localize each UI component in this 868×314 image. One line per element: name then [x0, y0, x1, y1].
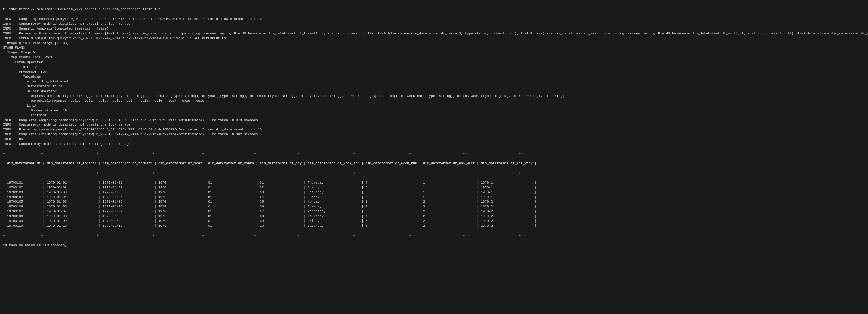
info-line: expressions: dt (type: string), dt_forma… [3, 94, 865, 99]
table-rows: | 19700101 | 1970-01-01 | 1970/01/01 | 1… [3, 180, 865, 229]
info-line: STAGE PLANS: [3, 46, 865, 50]
info-line: Map Reduce Local Work [3, 55, 865, 60]
table-header: | dim_dateformat.dt | dim_dateformat.dt_… [3, 161, 865, 166]
table-row: | 19700107 | 1970-01-07 | 1970/01/07 | 1… [3, 209, 865, 214]
table-row: | 19700103 | 1970-01-03 | 1970/01/03 | 1… [3, 190, 865, 195]
info-line: limit: 10 [3, 65, 865, 70]
info-line: Fetch Operator [3, 60, 865, 65]
info-line: outputColumnNames: _col0, _col1, _col2, … [3, 99, 865, 104]
info-line: Limit [3, 104, 865, 108]
info-line: GatherStats: false [3, 84, 865, 89]
info-line: INFO : Concurrency mode is disabled, not… [3, 142, 865, 147]
result-line: 10 rows selected (0.129 seconds) [3, 243, 865, 248]
info-line: ListSink [3, 113, 865, 118]
info-line: Stage: Stage-0 [3, 50, 865, 55]
table-separator-top: +------------------+--------------------… [3, 151, 865, 156]
prompt-line: 0: jdbc:hive2://localhost:10000/dim_xxx>… [3, 7, 865, 12]
terminal-output: 0: jdbc:hive2://localhost:10000/dim_xxx>… [0, 0, 868, 255]
info-line: TableScan [3, 75, 865, 79]
info-line: INFO : Compiling command(queryId=wjun_20… [3, 17, 865, 22]
table-row: | 19700109 | 1970-01-09 | 1970/01/09 | 1… [3, 219, 865, 224]
info-line: INFO : OK [3, 137, 865, 142]
table-row: | 19700108 | 1970-01-08 | 1970/01/08 | 1… [3, 214, 865, 219]
info-line: Processor Tree: [3, 70, 865, 75]
info-line: INFO : Executing command(queryId=wjun_20… [3, 127, 865, 132]
table-separator-bot: +------------------+--------------------… [3, 233, 865, 238]
info-line: INFO : Returning Hive schema: Schema(fie… [3, 31, 865, 36]
table-row: | 19700101 | 1970-01-01 | 1970/01/01 | 1… [3, 180, 865, 185]
info-line: INFO : Completed compiling command(query… [3, 118, 865, 123]
table-row: | 19700105 | 1970-01-05 | 1970/01/05 | 1… [3, 200, 865, 204]
info-line: INFO : Semantic Analysis Completed (retr… [3, 27, 865, 31]
info-line: INFO : Concurrency mode is disabled, not… [3, 122, 865, 127]
table-row: | 19700110 | 1970-01-10 | 1970/01/10 | 1… [3, 224, 865, 229]
table-row: | 19700106 | 1970-01-06 | 1970/01/06 | 1… [3, 204, 865, 209]
info-line: INFO : EXPLAIN output for queryid wjun_2… [3, 36, 865, 41]
info-line: alias: dim_dateformat [3, 79, 865, 84]
info-line: INFO : Concurrency mode is disabled, not… [3, 22, 865, 27]
table-separator-mid: +------------------+--------------------… [3, 171, 865, 176]
info-line: Select Operator [3, 89, 865, 94]
table-row: | 19700104 | 1970-01-04 | 1970/01/04 | 1… [3, 195, 865, 200]
table-row: | 19700102 | 1970-01-02 | 1970/01/02 | 1… [3, 185, 865, 190]
info-line: INFO : Completed executing command(query… [3, 132, 865, 137]
info-lines: INFO : Compiling command(queryId=wjun_20… [3, 17, 865, 147]
info-line: Number of rows: 10 [3, 108, 865, 113]
info-line: Stage-0 is a root stage [FETCH] [3, 41, 865, 46]
